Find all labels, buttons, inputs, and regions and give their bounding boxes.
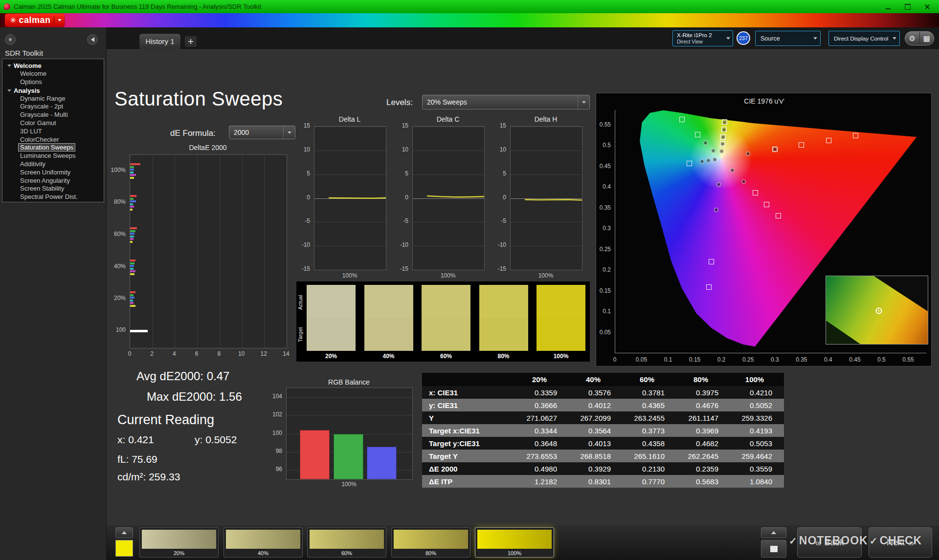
swatch-target [307, 318, 356, 351]
patch-button-20[interactable]: 20% [139, 527, 219, 558]
summary-bar [130, 330, 148, 332]
table-cell: 0.2359 [676, 465, 730, 473]
axis-tick-label: 40% [107, 263, 126, 270]
settings-button[interactable]: ⚙ [905, 32, 920, 45]
cie-y-axis: 0.050.10.150.20.250.30.350.40.450.50.55 [596, 110, 613, 353]
sidebar-item-3d-lut[interactable]: 3D LUT [2, 128, 104, 136]
back-button[interactable]: « Back [797, 527, 862, 558]
maximize-icon [905, 4, 911, 10]
minimize-icon [886, 4, 891, 9]
next-button[interactable]: Next » [869, 527, 932, 558]
bar [130, 206, 134, 208]
dot-icon [9, 38, 12, 41]
axis-tick-label: 0.2 [596, 266, 611, 273]
table-cell: 0.3969 [676, 427, 730, 435]
sidebar-item-label: Spectral Power Dist. [20, 193, 78, 200]
axis-tick-label: -5 [394, 217, 408, 224]
sidebar-item-options[interactable]: Options [2, 78, 104, 86]
patch-label: 20% [140, 550, 218, 556]
axis-tick-label: 0.55 [900, 356, 916, 363]
axis-tick-label: 5 [295, 170, 310, 177]
table-cell: 265.1610 [623, 452, 676, 460]
sidebar-item-colorchecker[interactable]: ColorChecker [2, 136, 104, 144]
table-cell: 0.3773 [623, 427, 676, 435]
calman-menu-button[interactable]: ✳ calman [5, 14, 65, 27]
meter-selector[interactable]: X-Rite i1Pro 2 Direct View [672, 30, 733, 46]
delta-h-x-axis-label: 100% [510, 272, 581, 279]
minimize-button[interactable] [878, 0, 898, 13]
sidebar-collapse-button[interactable] [87, 34, 98, 45]
swatch-target [364, 318, 413, 351]
sidebar-item-color-gamut[interactable]: Color Gamut [2, 119, 104, 128]
axis-tick-label: 0.15 [687, 356, 703, 363]
sidebar-item-luminance-sweeps[interactable]: Luminance Sweeps [2, 152, 104, 160]
axis-tick-label: 10 [394, 146, 408, 153]
bar [130, 273, 134, 275]
axis-tick-label: -10 [394, 241, 408, 248]
table-cell: 268.8518 [569, 452, 623, 460]
table-cell: 0.3564 [569, 427, 623, 435]
table-cell: 1.2182 [515, 477, 569, 486]
delta-h-chart-title: Delta H [510, 115, 581, 123]
sidebar-item-screen-uniformity[interactable]: Screen Uniformity [2, 169, 104, 177]
bar [130, 163, 140, 165]
axis-tick-label: 10 [295, 146, 310, 153]
bar [130, 236, 134, 237]
close-button[interactable] [917, 0, 937, 13]
axis-tick-label: 0.45 [847, 356, 863, 363]
rgb-balance-chart-title: RGB Balance [286, 378, 412, 386]
sidebar-item-saturation-sweeps[interactable]: Saturation Sweeps [2, 144, 104, 152]
chevron-down-icon [288, 131, 291, 134]
sidebar-item-label: Screen Stability [20, 185, 64, 192]
swatch-actual [479, 285, 528, 318]
display-control-selector[interactable]: Direct Display Control [828, 31, 900, 46]
add-tab-button[interactable] [185, 36, 197, 47]
sidebar-item-screen-stability[interactable]: Screen Stability [2, 185, 104, 193]
maximize-button[interactable] [898, 0, 917, 13]
patch-options-button[interactable] [115, 527, 133, 538]
table-row: Target Y273.6553268.8518265.1610262.2645… [422, 450, 784, 462]
workspace-button[interactable]: ▦ [920, 32, 934, 45]
patch-button-60[interactable]: 60% [307, 527, 386, 558]
inset-out-of-gamut-area [874, 276, 928, 311]
bar [130, 305, 135, 307]
axis-tick-label: 0.4 [596, 183, 611, 190]
sidebar-section-welcome[interactable]: Welcome [2, 62, 104, 70]
gridline [242, 155, 243, 348]
sidebar-options-button[interactable] [5, 34, 16, 45]
bottom-bar: « Back Next » ✓ NOTEBOOK ✓ CHECK 20%40%6… [107, 525, 939, 560]
target-point [776, 213, 781, 218]
source-selector[interactable]: Source [755, 31, 821, 46]
sidebar-item-grayscale-2pt[interactable]: Grayscale - 2pt [2, 103, 104, 111]
table-cell: 0.3576 [569, 388, 623, 397]
levels-dropdown[interactable]: 20% Sweeps [422, 95, 590, 109]
patch-panel-expand-button[interactable] [761, 527, 786, 538]
patch-window-button[interactable] [761, 540, 786, 558]
bar [130, 174, 136, 176]
de-formula-dropdown[interactable]: 2000 [229, 126, 295, 139]
axis-tick-label: 15 [394, 122, 408, 129]
axis-tick-label: 15 [492, 122, 506, 129]
table-cell: 0.5053 [730, 439, 784, 448]
axis-tick-label: 0.4 [820, 356, 836, 363]
sidebar-item-screen-angularity[interactable]: Screen Angularity [2, 177, 104, 185]
sidebar-item-spectral-power-dist[interactable]: Spectral Power Dist. [2, 193, 104, 201]
bar [130, 203, 133, 205]
de-formula-label: dE Formula: [170, 129, 216, 138]
sidebar-item-grayscale-multi[interactable]: Grayscale - Multi [2, 111, 104, 119]
sidebar-section-analysis[interactable]: Analysis [2, 86, 104, 95]
target-point [709, 259, 714, 264]
tab-history-1[interactable]: History 1 [139, 33, 181, 49]
deltae-chart-plot [130, 154, 287, 348]
patch-button-80[interactable]: 80% [391, 527, 470, 558]
table-cell: 0.3359 [515, 388, 569, 397]
target-point [753, 190, 758, 195]
patch-button-100[interactable]: 100% [475, 527, 554, 558]
sidebar-item-additivity[interactable]: Additivity [2, 160, 104, 169]
sidebar-item-label: Grayscale - Multi [20, 111, 68, 118]
patch-button-40[interactable]: 40% [224, 527, 303, 558]
sidebar-item-dynamic-range[interactable]: Dynamic Range [2, 95, 104, 103]
patch-swatch [142, 530, 216, 549]
cie-x-axis: 00.050.10.150.20.250.30.350.40.450.50.55 [615, 355, 926, 363]
sidebar-item-welcome[interactable]: Welcome [2, 70, 104, 78]
